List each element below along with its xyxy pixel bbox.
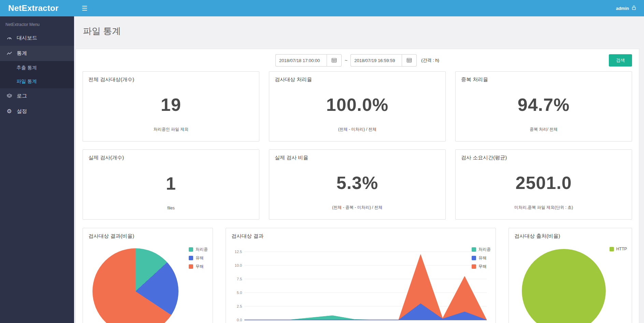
svg-text:12.5: 12.5 [235, 250, 242, 254]
date-range-separator: ~ [345, 58, 347, 63]
stat-title: 전체 검사대상(개수) [88, 76, 254, 83]
stat-title: 중복 처리율 [461, 76, 626, 83]
legend-swatch [189, 247, 193, 252]
sidebar: NetExtractor Menu 대시보드 통계 추출 통계 파일 통계 로그… [0, 16, 74, 323]
chart-title: 검사대상 결과(비율) [88, 233, 207, 239]
sidebar-item-dashboard[interactable]: 대시보드 [0, 30, 74, 46]
stat-value: 19 [88, 83, 254, 127]
content-header: 파일 통계 [74, 16, 644, 49]
date-to-input[interactable] [350, 54, 402, 67]
legend-swatch [610, 247, 614, 251]
svg-text:0.0: 0.0 [237, 318, 242, 322]
stat-card-actual-inspections: 실제 검사(개수) 1 files [83, 149, 259, 220]
gauge-icon [6, 35, 12, 41]
legend-item: 처리중 [472, 247, 491, 252]
stat-card-duplicate-rate: 중복 처리율 94.7% 중복 처리/ 전체 [455, 71, 632, 142]
stat-subtitle: files [88, 206, 254, 215]
stat-title: 실제 검사 비율 [275, 155, 440, 161]
chart-icon [6, 50, 12, 57]
gear-icon: ⚙ [6, 108, 12, 115]
stat-value: 5.3% [275, 161, 440, 205]
sidebar-item-label: 설정 [17, 108, 27, 115]
legend-label: 유해 [196, 255, 204, 261]
legend-item: 처리중 [189, 247, 208, 252]
sidebar-item-statistics[interactable]: 통계 [0, 46, 74, 61]
result-area-chart: 0.02.55.07.510.012.507-1807-1807-1807-18… [231, 248, 489, 323]
sidebar-menu-label: NetExtractor Menu [0, 16, 74, 30]
stat-subtitle: 미처리,중복 파일 제외(단위 : 초) [461, 205, 626, 215]
date-filter-row: ~ (간격 : h) 검색 [83, 54, 632, 67]
calendar-icon [331, 57, 337, 64]
sidebar-item-label: 로그 [17, 93, 27, 99]
date-from-calendar-button[interactable] [327, 54, 342, 67]
legend-label: 처리중 [196, 247, 208, 252]
stat-subtitle: (전체 - 미처리) / 전체 [275, 127, 440, 136]
sidebar-item-extract-stats[interactable]: 추출 통계 [0, 61, 74, 75]
stat-title: 실제 검사(개수) [88, 155, 254, 161]
result-area-chart-panel: 검사대상 결과 0.02.55.07.510.012.507-1807-1807… [226, 228, 496, 323]
statistics-submenu: 추출 통계 파일 통계 [0, 61, 74, 88]
stat-card-processing-rate: 검사대상 처리율 100.0% (전체 - 미처리) / 전체 [269, 71, 446, 142]
stat-value: 1 [88, 161, 254, 206]
username-label: admin [616, 6, 629, 11]
result-ratio-pie-chart [92, 248, 178, 323]
stat-subtitle: (전체 - 중복 - 미처리) / 전체 [275, 205, 440, 215]
charts-row: 검사대상 결과(비율) 처리중 유해 무해 [83, 228, 632, 323]
layers-icon [6, 93, 12, 99]
legend-item: 유해 [189, 255, 208, 261]
legend: HTTP [610, 247, 627, 251]
sidebar-item-logs[interactable]: 로그 [0, 88, 74, 104]
date-from-group [275, 54, 342, 67]
stat-card-actual-inspection-rate: 실제 검사 비율 5.3% (전체 - 중복 - 미처리) / 전체 [269, 149, 446, 220]
legend-swatch [189, 256, 193, 260]
source-ratio-chart-panel: 검사대상 출처(비율) HTTP [509, 228, 632, 323]
legend-label: 유해 [478, 255, 487, 261]
sidebar-item-settings[interactable]: ⚙ 설정 [0, 104, 74, 119]
brand-logo: NetExtractor [0, 0, 74, 16]
legend-swatch [472, 264, 476, 269]
stat-value: 2501.0 [461, 161, 626, 205]
menu-toggle-button[interactable]: ☰ [74, 0, 95, 16]
sidebar-item-file-stats[interactable]: 파일 통계 [0, 75, 74, 88]
legend-item: 무해 [472, 264, 491, 269]
sidebar-item-label: 대시보드 [17, 35, 37, 41]
date-from-input[interactable] [275, 54, 327, 67]
legend-item: 유해 [472, 255, 491, 261]
legend-label: 처리중 [478, 247, 491, 252]
date-to-calendar-button[interactable] [402, 54, 417, 67]
date-to-group [350, 54, 417, 67]
stat-card-total-targets: 전체 검사대상(개수) 19 처리중인 파일 제외 [83, 71, 259, 142]
svg-text:5.0: 5.0 [237, 291, 242, 295]
svg-text:7.5: 7.5 [237, 277, 242, 281]
lock-icon [631, 5, 636, 11]
result-ratio-chart-panel: 검사대상 결과(비율) 처리중 유해 무해 [83, 228, 213, 323]
stat-value: 94.7% [461, 83, 626, 127]
user-menu[interactable]: admin [616, 0, 644, 16]
main-content: 파일 통계 ~ (간격 : h) [74, 0, 644, 323]
hamburger-icon: ☰ [82, 4, 87, 12]
page-title: 파일 통계 [83, 25, 635, 37]
legend-label: 무해 [196, 264, 204, 269]
stat-subtitle: 처리중인 파일 제외 [88, 127, 254, 136]
legend-swatch [472, 256, 476, 260]
calendar-icon [406, 57, 412, 64]
search-button[interactable]: 검색 [609, 54, 632, 67]
legend-label: HTTP [616, 247, 627, 251]
legend: 처리중 유해 무해 [189, 247, 208, 269]
stats-grid: 전체 검사대상(개수) 19 처리중인 파일 제외 검사대상 처리율 100.0… [83, 71, 632, 220]
legend: 처리중 유해 무해 [472, 247, 491, 269]
stat-value: 100.0% [275, 83, 440, 127]
content-panel: ~ (간격 : h) 검색 전체 검사대상(개수) 19 처리중인 파일 제외 … [75, 49, 639, 323]
chart-title: 검사대상 결과 [231, 233, 490, 239]
svg-text:2.5: 2.5 [237, 304, 242, 308]
svg-text:10.0: 10.0 [235, 263, 242, 267]
legend-swatch [189, 264, 193, 269]
interval-label: (간격 : h) [421, 57, 439, 63]
top-navbar: NetExtractor ☰ admin [0, 0, 644, 16]
chart-title: 검사대상 출처(비율) [514, 233, 626, 239]
sidebar-item-label: 통계 [17, 50, 27, 57]
stat-title: 검사대상 처리율 [275, 76, 440, 83]
legend-item: HTTP [610, 247, 627, 251]
stat-card-avg-inspection-time: 검사 소요시간(평균) 2501.0 미처리,중복 파일 제외(단위 : 초) [455, 149, 632, 220]
legend-label: 무해 [478, 264, 487, 269]
